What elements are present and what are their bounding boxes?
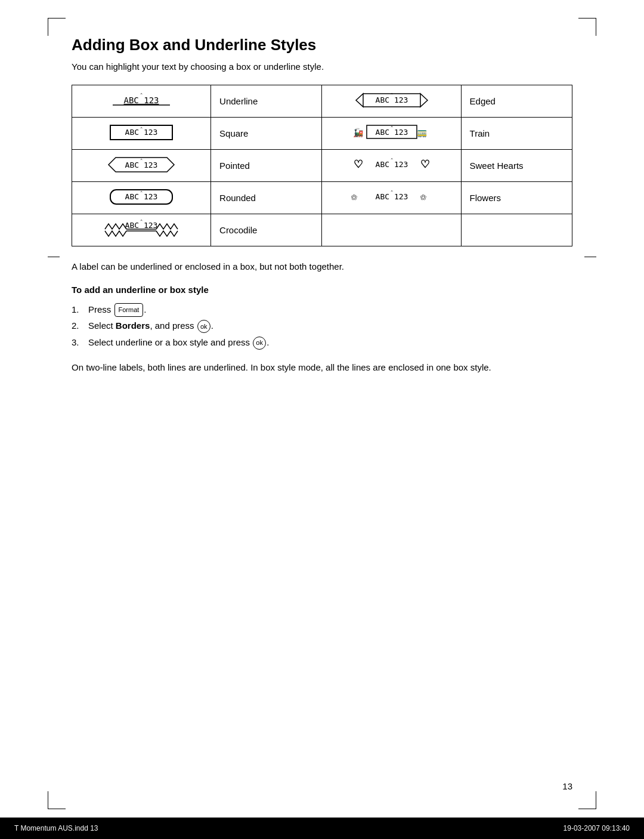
label-hearts: Sweet Hearts <box>461 149 572 181</box>
label-edged: Edged <box>461 85 572 117</box>
format-key[interactable]: Format <box>114 303 144 317</box>
page-title: Adding Box and Underline Styles <box>72 36 572 54</box>
page-number: 13 <box>562 781 572 791</box>
preview-edged: ABC 123 ⌃ <box>322 85 461 117</box>
svg-text:🚃: 🚃 <box>417 128 428 138</box>
svg-text:⌃: ⌃ <box>140 219 143 224</box>
corner-mark-br-v <box>596 791 596 809</box>
svg-text:⌃: ⌃ <box>140 158 143 163</box>
footer-left: T Momentum AUS.indd 13 <box>14 824 98 832</box>
step-2: 2. Select Borders, and press ok. <box>72 318 572 334</box>
step-2-bold: Borders <box>116 320 150 331</box>
edged-svg: ABC 123 ⌃ <box>350 90 434 110</box>
svg-text:⌃: ⌃ <box>140 127 143 131</box>
corner-mark-br-h <box>578 809 596 809</box>
hearts-svg: ♡ ♡ ABC 123 ⌃ <box>350 155 434 175</box>
svg-text:♡: ♡ <box>420 158 430 170</box>
pointed-svg: ABC 123 ⌃ <box>103 155 180 174</box>
svg-text:⌃: ⌃ <box>390 92 392 97</box>
footer-bar: T Momentum AUS.indd 13 19-03-2007 09:13:… <box>0 818 644 839</box>
table-row: ABC 123 ⌃ Rounded ✿ ✿ ABC 123 ⌃ Flowers <box>72 181 572 214</box>
preview-train: 🚂 ABC 123 ⌃ 🚃 <box>322 117 461 149</box>
svg-text:⌃: ⌃ <box>390 125 392 130</box>
svg-text:⌃: ⌃ <box>140 92 143 97</box>
label-flowers: Flowers <box>461 181 572 214</box>
underline-svg: ABC 123 ⌃ <box>106 91 177 109</box>
train-svg: 🚂 ABC 123 ⌃ 🚃 <box>350 122 434 143</box>
step-3: 3. Select underline or a box style and p… <box>72 335 572 350</box>
crocodile-svg: ABC 123 ⌃ <box>103 219 180 239</box>
step-1-text: Press Format. <box>88 302 147 317</box>
table-row: ABC 123 ⌃ Square 🚂 ABC 123 ⌃ 🚃 Train <box>72 117 572 149</box>
styles-table: ABC 123 ⌃ Underline ABC 123 <box>72 85 572 246</box>
corner-mark-tr-v <box>596 18 596 36</box>
final-text: On two-line labels, both lines are under… <box>72 360 572 375</box>
step-3-text: Select underline or a box style and pres… <box>88 335 269 350</box>
note-text: A label can be underlined or enclosed in… <box>72 260 572 274</box>
svg-marker-3 <box>356 94 363 107</box>
side-mark-right <box>584 257 596 257</box>
steps-list: 1. Press Format. 2. Select Borders, and … <box>72 302 572 350</box>
ok-key-1[interactable]: ok <box>197 320 210 333</box>
label-train: Train <box>461 117 572 149</box>
svg-marker-4 <box>420 94 428 107</box>
ok-key-2[interactable]: ok <box>253 337 266 350</box>
side-mark-left <box>48 257 60 257</box>
page-container: Adding Box and Underline Styles You can … <box>0 0 644 839</box>
svg-text:♡: ♡ <box>354 158 363 170</box>
preview-crocodile: ABC 123 ⌃ <box>72 214 211 246</box>
step-1-num: 1. <box>72 302 85 317</box>
preview-flowers: ✿ ✿ ABC 123 ⌃ <box>322 181 461 214</box>
footer-right: 19-03-2007 09:13:40 <box>564 824 630 832</box>
svg-text:⌃: ⌃ <box>140 190 143 195</box>
step-3-num: 3. <box>72 335 85 350</box>
preview-pointed: ABC 123 ⌃ <box>72 149 211 181</box>
preview-empty <box>322 214 461 246</box>
label-square: Square <box>211 117 322 149</box>
label-empty <box>461 214 572 246</box>
table-row: ABC 123 ⌃ Underline ABC 123 <box>72 85 572 117</box>
subsection-heading: To add an underline or box style <box>72 285 572 295</box>
svg-text:⌃: ⌃ <box>390 190 392 195</box>
preview-underline: ABC 123 ⌃ <box>72 85 211 117</box>
label-pointed: Pointed <box>211 149 322 181</box>
intro-text: You can highlight your text by choosing … <box>72 60 572 74</box>
preview-hearts: ♡ ♡ ABC 123 ⌃ <box>322 149 461 181</box>
step-2-text: Select Borders, and press ok. <box>88 318 213 334</box>
step-2-num: 2. <box>72 318 85 334</box>
label-rounded: Rounded <box>211 181 322 214</box>
rounded-svg: ABC 123 ⌃ <box>106 187 177 206</box>
table-row: ABC 123 ⌃ Crocodile <box>72 214 572 246</box>
preview-square: ABC 123 ⌃ <box>72 117 211 149</box>
step-1: 1. Press Format. <box>72 302 572 317</box>
corner-mark-tl-v <box>48 18 48 36</box>
corner-mark-tr-h <box>578 18 596 18</box>
square-svg: ABC 123 ⌃ <box>106 123 177 142</box>
corner-mark-bl-h <box>48 809 66 809</box>
label-underline: Underline <box>211 85 322 117</box>
svg-text:✿: ✿ <box>351 191 357 202</box>
svg-text:✿: ✿ <box>420 191 426 202</box>
svg-text:🚂: 🚂 <box>353 128 364 138</box>
label-crocodile: Crocodile <box>211 214 322 246</box>
svg-text:⌃: ⌃ <box>390 158 392 162</box>
flowers-svg: ✿ ✿ ABC 123 ⌃ <box>350 187 434 207</box>
preview-rounded: ABC 123 ⌃ <box>72 181 211 214</box>
table-row: ABC 123 ⌃ Pointed ♡ ♡ ABC 123 ⌃ Sweet He… <box>72 149 572 181</box>
corner-mark-tl-h <box>48 18 66 18</box>
corner-mark-bl-v <box>48 791 48 809</box>
